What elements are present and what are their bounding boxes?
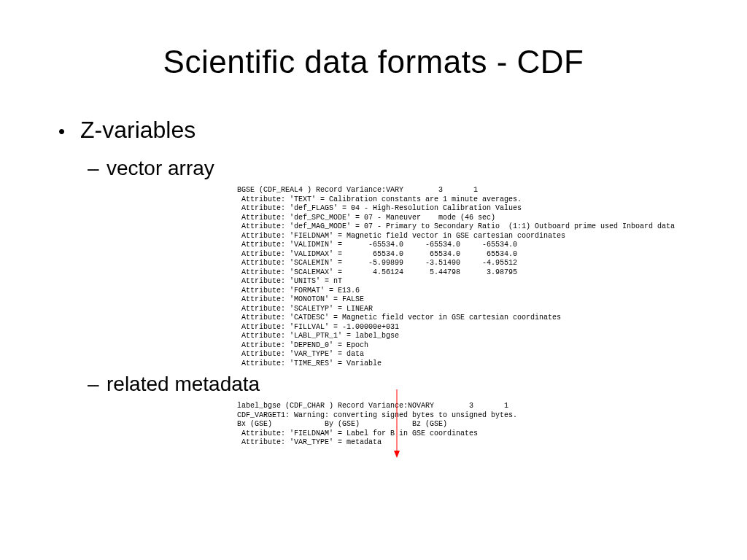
bullet-text: vector array (107, 157, 214, 180)
slide-body: • Z-variables – vector array BGSE (CDF_R… (0, 80, 747, 448)
bullet-level1: • Z-variables (58, 117, 747, 144)
bullet-level2-vector: – vector array (58, 157, 747, 180)
code-block-label-bgse: label_bgse (CDF_CHAR ) Record Variance:N… (237, 402, 747, 448)
slide-title: Scientific data formats - CDF (0, 0, 747, 80)
svg-marker-1 (394, 451, 400, 458)
dash-marker: – (88, 157, 107, 180)
bullet-text: related metadata (107, 373, 260, 396)
bullet-level2-metadata: – related metadata (58, 373, 747, 396)
dash-marker: – (88, 373, 107, 396)
bullet-text: Z-variables (80, 117, 196, 144)
code-block-bgse: BGSE (CDF_REAL4 ) Record Variance:VARY 3… (237, 186, 747, 368)
bullet-marker: • (58, 120, 80, 143)
